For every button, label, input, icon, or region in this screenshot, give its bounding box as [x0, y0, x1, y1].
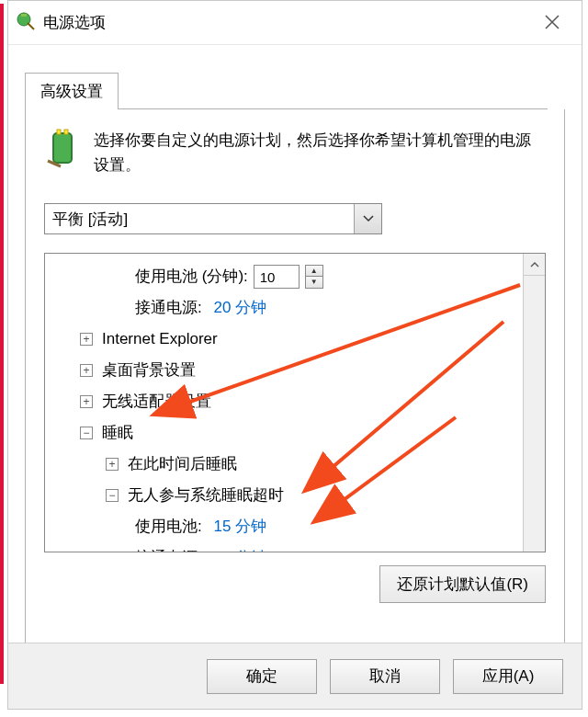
battery-plan-icon: [44, 128, 81, 177]
svg-rect-3: [57, 130, 61, 134]
restore-defaults-button[interactable]: 还原计划默认值(R): [379, 565, 546, 603]
tree-label-unattended: 无人参与系统睡眠超时: [128, 480, 284, 511]
battery-minutes-input[interactable]: [254, 265, 300, 289]
power-plan-select[interactable]: 平衡 [活动]: [44, 203, 382, 234]
unattended-battery-value[interactable]: 15 分钟: [213, 511, 266, 542]
plugged-label: 接通电源:: [135, 292, 202, 324]
power-plan-selected-value: 平衡 [活动]: [45, 209, 354, 230]
expand-icon[interactable]: +: [106, 458, 119, 471]
tree-scrollbar[interactable]: [523, 254, 545, 552]
tab-content: 选择你要自定义的电源计划，然后选择你希望计算机管理的电源设置。 平衡 [活动] …: [25, 109, 565, 661]
window-title: 电源选项: [43, 12, 530, 33]
left-red-edge: [0, 4, 4, 684]
svg-rect-1: [21, 14, 27, 17]
tree-label-sleep-after: 在此时间后睡眠: [128, 449, 237, 480]
expand-icon[interactable]: +: [80, 333, 93, 346]
tree-row-unattended-battery: 使用电池: 15 分钟: [54, 511, 523, 542]
description-text: 选择你要自定义的电源计划，然后选择你希望计算机管理的电源设置。: [94, 128, 546, 177]
titlebar: 电源选项: [8, 1, 582, 45]
expand-icon[interactable]: +: [80, 395, 93, 408]
unattended-battery-label: 使用电池:: [135, 511, 202, 542]
svg-rect-4: [64, 130, 68, 134]
power-options-dialog: 电源选项 高级设置 选择你要自定义的电源计划，然后选择你希望计算机管理的电源设置…: [7, 0, 582, 710]
settings-tree: 使用电池 (分钟): ▲ ▼ 接通电源: 20 分钟 + Internet Ex…: [44, 253, 546, 552]
tab-strip: 高级设置: [25, 73, 582, 109]
tree-row-ie[interactable]: + Internet Explorer: [54, 324, 523, 355]
tree-row-unattended-plugged: 接通电源: 60 分钟: [54, 542, 523, 552]
tree-label-wireless: 无线适配器设置: [102, 386, 211, 417]
unattended-plugged-value[interactable]: 60 分钟: [213, 542, 266, 552]
tree-row-sleep[interactable]: − 睡眠: [54, 417, 523, 449]
cancel-button[interactable]: 取消: [330, 659, 440, 694]
chevron-down-icon[interactable]: [354, 204, 381, 233]
unattended-plugged-label: 接通电源:: [135, 542, 202, 552]
svg-rect-2: [53, 133, 72, 163]
apply-button[interactable]: 应用(A): [453, 659, 563, 694]
plugged-value[interactable]: 20 分钟: [213, 292, 266, 324]
close-icon[interactable]: [530, 11, 574, 35]
battery-minutes-label: 使用电池 (分钟):: [135, 261, 248, 292]
spinner-down-icon[interactable]: ▼: [306, 277, 322, 288]
scroll-up-icon[interactable]: [524, 254, 545, 276]
tab-advanced-settings[interactable]: 高级设置: [25, 73, 119, 109]
tree-row-wireless[interactable]: + 无线适配器设置: [54, 386, 523, 417]
tree-row-plugged: 接通电源: 20 分钟: [54, 292, 523, 324]
tree-label-sleep: 睡眠: [102, 417, 133, 449]
spinner-buttons[interactable]: ▲ ▼: [305, 265, 323, 289]
tree-row-unattended[interactable]: − 无人参与系统睡眠超时: [54, 480, 523, 511]
tree-label-ie: Internet Explorer: [102, 324, 218, 355]
expand-icon[interactable]: +: [80, 364, 93, 377]
tree-row-desktop-bg[interactable]: + 桌面背景设置: [54, 355, 523, 386]
collapse-icon[interactable]: −: [106, 489, 119, 502]
tree-label-desktop-bg: 桌面背景设置: [102, 355, 196, 386]
tree-row-sleep-after[interactable]: + 在此时间后睡眠: [54, 449, 523, 480]
dialog-footer: 确定 取消 应用(A): [8, 643, 582, 709]
power-options-icon: [16, 11, 36, 35]
collapse-icon[interactable]: −: [80, 427, 93, 439]
ok-button[interactable]: 确定: [207, 659, 317, 694]
tree-row-battery-minutes: 使用电池 (分钟): ▲ ▼: [54, 261, 523, 292]
